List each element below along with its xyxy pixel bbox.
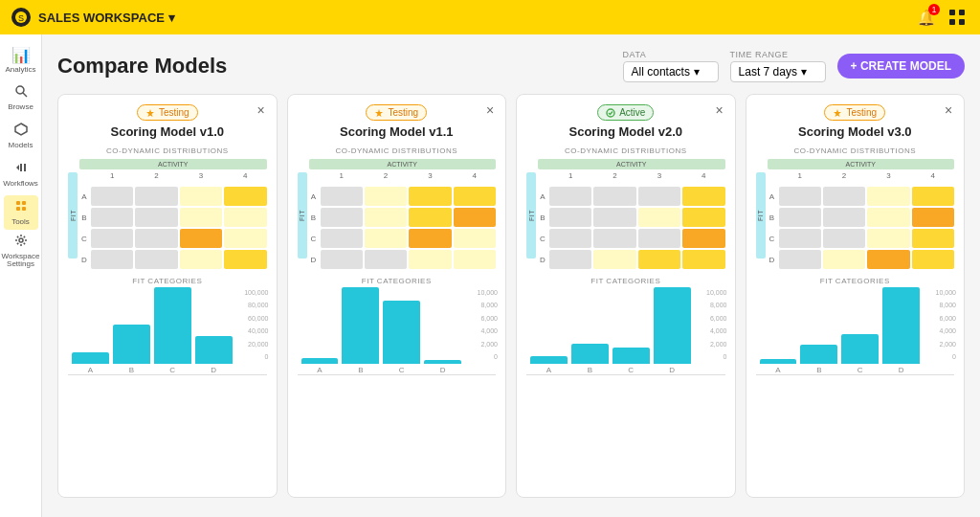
data-control: DATA All contacts ▾ (623, 50, 719, 82)
app-logo: S (11, 8, 31, 27)
bar-group: A (530, 356, 568, 374)
bar-group: A (301, 358, 339, 374)
bar-chart: A B C D (298, 289, 497, 375)
sidebar-item-models[interactable]: Models (4, 119, 38, 153)
sidebar-item-analytics[interactable]: 📊 Analytics (4, 42, 38, 77)
status-label: Testing (159, 107, 189, 118)
status-label: Testing (388, 107, 418, 118)
model-card-v11: × Testing Scoring Model v1.1 CO-DYNAMIC … (287, 94, 507, 498)
bar (342, 287, 379, 364)
time-chevron-icon: ▾ (801, 65, 807, 79)
model-name: Scoring Model v1.0 (68, 124, 267, 139)
bar-group: A (760, 359, 797, 374)
close-button[interactable]: × (712, 102, 727, 118)
status-badge: Testing (366, 104, 427, 121)
bar-group: C (383, 301, 420, 374)
matrix-section: FIT ACTIVITY 1234 A B C D (68, 159, 267, 271)
status-badge: Testing (137, 104, 198, 121)
section-label-distributions: CO-DYNAMIC DISTRIBUTIONS (68, 146, 267, 155)
section-label-fit: FIT CATEGORIES (526, 277, 725, 285)
close-button[interactable]: × (482, 102, 498, 118)
top-nav-right: 🔔 1 (915, 6, 969, 29)
matrix-content: ACTIVITY 1234 A B C D (768, 159, 955, 271)
section-label-distributions: CO-DYNAMIC DISTRIBUTIONS (756, 146, 955, 155)
svg-point-15 (19, 238, 23, 242)
svg-rect-10 (24, 164, 26, 171)
bar-label: A (546, 366, 551, 374)
bar-chart-wrapper: 10,0008,0006,0004,0002,0000 A B C D (756, 289, 955, 375)
bar (301, 358, 339, 364)
svg-rect-12 (22, 201, 26, 205)
svg-rect-11 (16, 201, 20, 205)
notifications-icon[interactable]: 🔔 1 (915, 6, 938, 29)
svg-rect-14 (22, 207, 26, 211)
model-name: Scoring Model v3.0 (756, 124, 955, 139)
bar-label: B (816, 366, 821, 374)
sidebar-item-browse[interactable]: Browse (4, 80, 38, 115)
svg-rect-4 (949, 19, 955, 25)
bar (113, 325, 150, 364)
sidebar-item-workspace-settings[interactable]: Workspace Settings (4, 234, 38, 268)
bar (571, 344, 609, 364)
svg-text:S: S (18, 13, 24, 23)
top-nav: S SALES WORKSPACE ▾ 🔔 1 (0, 0, 980, 34)
bar (882, 287, 920, 364)
sidebar-item-tools[interactable]: Tools (4, 195, 38, 230)
header-controls: DATA All contacts ▾ TIME RANGE Last 7 da… (623, 50, 965, 82)
bar (800, 345, 837, 364)
sidebar-label-models: Models (9, 142, 33, 149)
time-control: TIME RANGE Last 7 days ▾ (730, 50, 826, 82)
svg-marker-8 (15, 124, 27, 135)
time-control-label: TIME RANGE (730, 50, 826, 59)
time-select[interactable]: Last 7 days ▾ (730, 61, 826, 82)
bar-group: C (154, 287, 191, 374)
bar-chart: A B C D (526, 289, 725, 375)
status-label: Active (619, 107, 645, 118)
status-badge: Active (597, 104, 654, 121)
bar-chart-wrapper: 10,0008,0006,0004,0002,0000 A B C D (298, 289, 497, 375)
bar (195, 336, 233, 364)
browse-icon (14, 84, 28, 101)
section-label-distributions: CO-DYNAMIC DISTRIBUTIONS (298, 146, 497, 155)
fit-axis: FIT (298, 159, 307, 271)
page-header: Compare Models DATA All contacts ▾ TIME … (57, 50, 965, 82)
bar-group: D (882, 287, 920, 374)
section-label-distributions: CO-DYNAMIC DISTRIBUTIONS (526, 146, 725, 155)
activity-header: ACTIVITY (309, 159, 497, 169)
bar-group: B (800, 345, 837, 374)
bar-label: A (88, 366, 93, 374)
model-card-v3: × Testing Scoring Model v3.0 CO-DYNAMIC … (746, 94, 966, 498)
grid-icon[interactable] (946, 6, 969, 29)
bar-chart-wrapper: 10,0008,0006,0004,0002,0000 A B C D (526, 289, 725, 375)
bar-label: B (588, 366, 592, 374)
fit-axis: FIT (526, 159, 536, 271)
bar-label: C (399, 366, 405, 374)
matrix-section: FIT ACTIVITY 1234 A B C D (298, 159, 497, 271)
create-model-button[interactable]: + CREATE MODEL (837, 54, 965, 79)
bar-chart-wrapper: 100,00080,00060,00040,00020,0000 A B C D (68, 289, 267, 375)
models-grid: × Testing Scoring Model v1.0 CO-DYNAMIC … (57, 94, 965, 498)
workspace-chevron: ▾ (168, 11, 175, 25)
bar-group: B (342, 287, 379, 374)
workspace-settings-icon (14, 234, 28, 251)
status-badge: Testing (824, 104, 885, 121)
close-button[interactable]: × (254, 102, 269, 118)
bar-label: B (129, 366, 134, 374)
activity-header: ACTIVITY (79, 159, 267, 169)
top-nav-left: S SALES WORKSPACE ▾ (11, 8, 175, 27)
workspace-name[interactable]: SALES WORKSPACE ▾ (38, 11, 175, 25)
svg-line-7 (23, 93, 27, 97)
model-card-v1: × Testing Scoring Model v1.0 CO-DYNAMIC … (57, 94, 278, 498)
bar (841, 334, 879, 364)
data-select[interactable]: All contacts ▾ (623, 61, 719, 82)
model-name: Scoring Model v2.0 (526, 124, 725, 139)
bar-group: C (612, 348, 650, 374)
bar-group: D (195, 336, 233, 374)
svg-rect-5 (959, 19, 965, 25)
close-button[interactable]: × (941, 102, 956, 118)
matrix-content: ACTIVITY 1234 A B C D (79, 159, 267, 271)
bar-label: D (211, 366, 216, 374)
sidebar: 📊 Analytics Browse Models Workflows Tool… (0, 34, 42, 517)
sidebar-item-workflows[interactable]: Workflows (4, 157, 38, 191)
tools-icon (14, 199, 28, 216)
